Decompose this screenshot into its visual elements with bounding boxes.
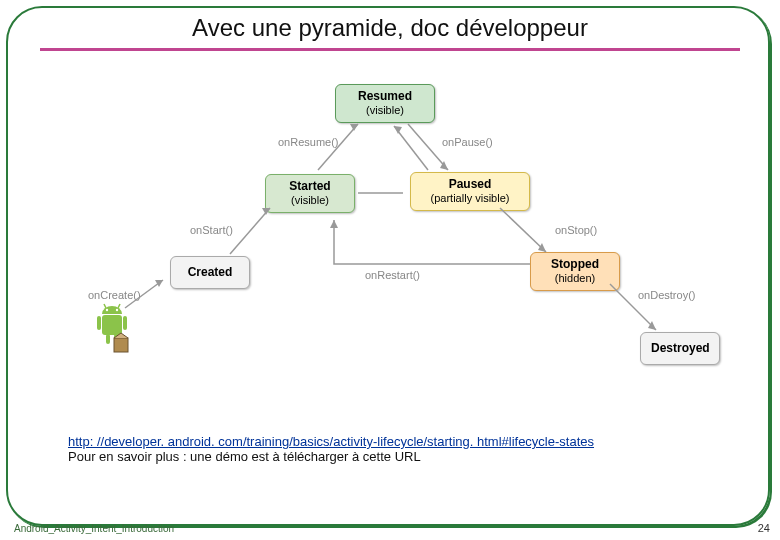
state-name: Created: [181, 265, 239, 280]
state-created: Created: [170, 256, 250, 289]
footer-label: Android_Activity_Intent_Introduction: [14, 523, 174, 534]
state-name: Resumed: [346, 89, 424, 104]
svg-rect-12: [102, 315, 122, 335]
svg-marker-0: [155, 280, 163, 287]
state-sub: (visible): [346, 104, 424, 118]
state-name: Destroyed: [651, 341, 709, 356]
svg-rect-14: [123, 316, 127, 330]
state-name: Started: [276, 179, 344, 194]
arrow-started-to-paused: [358, 188, 413, 198]
page-title: Avec une pyramide, doc développeur: [0, 14, 780, 42]
state-sub: (hidden): [541, 272, 609, 286]
svg-rect-13: [97, 316, 101, 330]
svg-line-11: [118, 304, 120, 308]
link-caption: Pour en savoir plus : une démo est à tél…: [68, 449, 421, 464]
arrow-onstart: [230, 202, 282, 260]
arrow-onresume: [318, 118, 370, 176]
svg-marker-4: [394, 126, 402, 134]
svg-rect-15: [106, 334, 110, 344]
android-icon: [88, 302, 136, 358]
state-sub: (visible): [276, 194, 344, 208]
svg-marker-6: [330, 220, 338, 228]
arrow-paused-to-resumed: [390, 120, 434, 174]
state-resumed: Resumed (visible): [335, 84, 435, 123]
lifecycle-diagram: Resumed (visible) Started (visible) Paus…: [30, 64, 740, 384]
arrow-onrestart: [330, 214, 540, 274]
state-name: Paused: [421, 177, 519, 192]
doc-link[interactable]: http: //developer. android. com/training…: [68, 434, 594, 449]
svg-point-8: [106, 309, 108, 311]
page-number: 24: [758, 522, 770, 534]
title-underline: [40, 48, 740, 51]
link-block: http: //developer. android. com/training…: [68, 434, 720, 464]
svg-point-9: [116, 309, 118, 311]
label-onstop: onStop(): [555, 224, 597, 236]
arrow-ondestroy: [610, 278, 668, 338]
label-onstart: onStart(): [190, 224, 233, 236]
svg-line-10: [104, 304, 106, 308]
svg-marker-2: [350, 124, 358, 131]
svg-rect-17: [114, 338, 128, 352]
svg-marker-1: [262, 208, 270, 215]
